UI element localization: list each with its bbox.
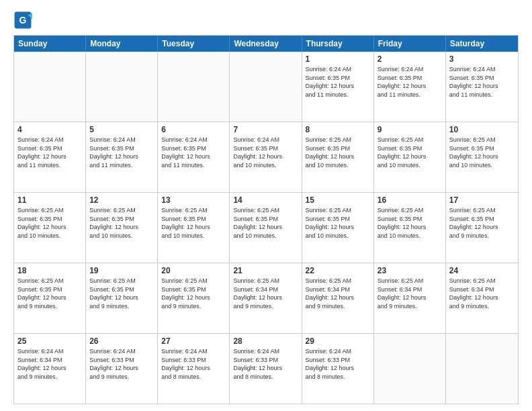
calendar-cell: 24Sunrise: 6:25 AM Sunset: 6:34 PM Dayli… bbox=[446, 263, 518, 333]
day-number: 2 bbox=[378, 54, 442, 64]
calendar-cell bbox=[86, 52, 158, 122]
calendar-cell: 18Sunrise: 6:25 AM Sunset: 6:35 PM Dayli… bbox=[14, 263, 86, 333]
calendar-cell: 1Sunrise: 6:24 AM Sunset: 6:35 PM Daylig… bbox=[302, 52, 374, 122]
day-info: Sunrise: 6:25 AM Sunset: 6:35 PM Dayligh… bbox=[17, 206, 82, 240]
day-info: Sunrise: 6:25 AM Sunset: 6:35 PM Dayligh… bbox=[161, 206, 226, 240]
day-number: 15 bbox=[306, 195, 370, 205]
calendar-cell: 9Sunrise: 6:25 AM Sunset: 6:35 PM Daylig… bbox=[374, 122, 446, 192]
calendar-cell: 15Sunrise: 6:25 AM Sunset: 6:35 PM Dayli… bbox=[302, 193, 374, 263]
day-info: Sunrise: 6:25 AM Sunset: 6:35 PM Dayligh… bbox=[449, 136, 515, 169]
day-number: 29 bbox=[306, 336, 370, 347]
day-number: 19 bbox=[89, 265, 154, 276]
day-info: Sunrise: 6:25 AM Sunset: 6:35 PM Dayligh… bbox=[89, 277, 154, 310]
day-info: Sunrise: 6:24 AM Sunset: 6:35 PM Dayligh… bbox=[233, 136, 298, 169]
calendar-cell bbox=[158, 52, 230, 122]
day-number: 23 bbox=[378, 265, 442, 276]
day-number: 25 bbox=[17, 336, 82, 347]
day-number: 10 bbox=[449, 124, 515, 135]
logo-icon: G bbox=[13, 11, 32, 30]
day-info: Sunrise: 6:24 AM Sunset: 6:33 PM Dayligh… bbox=[161, 347, 226, 381]
weekday-header-thursday: Thursday bbox=[302, 36, 374, 52]
calendar-cell: 17Sunrise: 6:25 AM Sunset: 6:35 PM Dayli… bbox=[446, 193, 518, 263]
calendar-cell: 16Sunrise: 6:25 AM Sunset: 6:35 PM Dayli… bbox=[374, 193, 446, 263]
calendar-cell: 29Sunrise: 6:24 AM Sunset: 6:33 PM Dayli… bbox=[302, 334, 374, 404]
day-info: Sunrise: 6:25 AM Sunset: 6:35 PM Dayligh… bbox=[17, 277, 82, 310]
calendar-cell: 11Sunrise: 6:25 AM Sunset: 6:35 PM Dayli… bbox=[14, 193, 86, 263]
day-number: 5 bbox=[89, 124, 154, 135]
calendar-cell: 2Sunrise: 6:24 AM Sunset: 6:35 PM Daylig… bbox=[374, 52, 446, 122]
day-number: 17 bbox=[449, 195, 515, 205]
calendar-cell bbox=[14, 52, 86, 122]
calendar-header: SundayMondayTuesdayWednesdayThursdayFrid… bbox=[14, 36, 518, 52]
calendar-cell: 28Sunrise: 6:24 AM Sunset: 6:33 PM Dayli… bbox=[230, 334, 302, 404]
day-number: 16 bbox=[378, 195, 442, 205]
calendar-cell: 13Sunrise: 6:25 AM Sunset: 6:35 PM Dayli… bbox=[158, 193, 230, 263]
calendar-cell: 12Sunrise: 6:25 AM Sunset: 6:35 PM Dayli… bbox=[86, 193, 158, 263]
day-number: 26 bbox=[89, 336, 154, 347]
day-info: Sunrise: 6:25 AM Sunset: 6:34 PM Dayligh… bbox=[378, 277, 442, 310]
day-number: 18 bbox=[17, 265, 82, 276]
calendar-row-2: 11Sunrise: 6:25 AM Sunset: 6:35 PM Dayli… bbox=[14, 192, 518, 263]
calendar-row-3: 18Sunrise: 6:25 AM Sunset: 6:35 PM Dayli… bbox=[14, 263, 518, 333]
calendar-cell bbox=[230, 52, 302, 122]
day-info: Sunrise: 6:25 AM Sunset: 6:35 PM Dayligh… bbox=[378, 136, 442, 169]
calendar-row-4: 25Sunrise: 6:24 AM Sunset: 6:34 PM Dayli… bbox=[14, 333, 518, 404]
day-number: 12 bbox=[89, 195, 154, 205]
weekday-header-tuesday: Tuesday bbox=[158, 36, 230, 52]
day-info: Sunrise: 6:25 AM Sunset: 6:35 PM Dayligh… bbox=[233, 206, 298, 240]
day-number: 14 bbox=[233, 195, 298, 205]
day-info: Sunrise: 6:24 AM Sunset: 6:35 PM Dayligh… bbox=[89, 136, 154, 169]
calendar-cell bbox=[374, 334, 446, 404]
calendar: SundayMondayTuesdayWednesdayThursdayFrid… bbox=[13, 35, 519, 404]
calendar-cell: 4Sunrise: 6:24 AM Sunset: 6:35 PM Daylig… bbox=[14, 122, 86, 192]
day-info: Sunrise: 6:25 AM Sunset: 6:34 PM Dayligh… bbox=[306, 277, 370, 310]
day-number: 27 bbox=[161, 336, 226, 347]
day-info: Sunrise: 6:25 AM Sunset: 6:35 PM Dayligh… bbox=[306, 206, 370, 240]
day-number: 22 bbox=[306, 265, 370, 276]
day-number: 8 bbox=[306, 124, 370, 135]
day-number: 11 bbox=[17, 195, 82, 205]
day-number: 6 bbox=[161, 124, 226, 135]
day-info: Sunrise: 6:25 AM Sunset: 6:35 PM Dayligh… bbox=[449, 206, 515, 240]
day-info: Sunrise: 6:25 AM Sunset: 6:35 PM Dayligh… bbox=[378, 206, 442, 240]
day-info: Sunrise: 6:25 AM Sunset: 6:35 PM Dayligh… bbox=[89, 206, 154, 240]
calendar-cell: 25Sunrise: 6:24 AM Sunset: 6:34 PM Dayli… bbox=[14, 334, 86, 404]
calendar-cell: 19Sunrise: 6:25 AM Sunset: 6:35 PM Dayli… bbox=[86, 263, 158, 333]
page: G SundayMondayTuesdayWednesdayThursdayFr… bbox=[0, 0, 532, 411]
calendar-cell: 22Sunrise: 6:25 AM Sunset: 6:34 PM Dayli… bbox=[302, 263, 374, 333]
calendar-cell: 20Sunrise: 6:25 AM Sunset: 6:35 PM Dayli… bbox=[158, 263, 230, 333]
calendar-cell: 8Sunrise: 6:25 AM Sunset: 6:35 PM Daylig… bbox=[302, 122, 374, 192]
day-info: Sunrise: 6:24 AM Sunset: 6:35 PM Dayligh… bbox=[449, 65, 515, 99]
calendar-cell: 14Sunrise: 6:25 AM Sunset: 6:35 PM Dayli… bbox=[230, 193, 302, 263]
day-info: Sunrise: 6:24 AM Sunset: 6:33 PM Dayligh… bbox=[233, 347, 298, 381]
header: G bbox=[13, 11, 519, 30]
day-info: Sunrise: 6:25 AM Sunset: 6:35 PM Dayligh… bbox=[161, 277, 226, 310]
day-info: Sunrise: 6:24 AM Sunset: 6:34 PM Dayligh… bbox=[17, 347, 82, 381]
day-number: 3 bbox=[449, 54, 515, 64]
day-number: 9 bbox=[378, 124, 442, 135]
calendar-row-0: 1Sunrise: 6:24 AM Sunset: 6:35 PM Daylig… bbox=[14, 52, 518, 122]
day-info: Sunrise: 6:24 AM Sunset: 6:33 PM Dayligh… bbox=[306, 347, 370, 381]
day-info: Sunrise: 6:24 AM Sunset: 6:35 PM Dayligh… bbox=[306, 65, 370, 99]
day-number: 7 bbox=[233, 124, 298, 135]
day-info: Sunrise: 6:25 AM Sunset: 6:35 PM Dayligh… bbox=[306, 136, 370, 169]
calendar-cell: 5Sunrise: 6:24 AM Sunset: 6:35 PM Daylig… bbox=[86, 122, 158, 192]
day-info: Sunrise: 6:24 AM Sunset: 6:33 PM Dayligh… bbox=[89, 347, 154, 381]
day-number: 28 bbox=[233, 336, 298, 347]
logo: G bbox=[13, 11, 35, 30]
day-info: Sunrise: 6:24 AM Sunset: 6:35 PM Dayligh… bbox=[378, 65, 442, 99]
calendar-cell: 27Sunrise: 6:24 AM Sunset: 6:33 PM Dayli… bbox=[158, 334, 230, 404]
day-number: 21 bbox=[233, 265, 298, 276]
day-info: Sunrise: 6:24 AM Sunset: 6:35 PM Dayligh… bbox=[17, 136, 82, 169]
weekday-header-sunday: Sunday bbox=[14, 36, 86, 52]
day-info: Sunrise: 6:24 AM Sunset: 6:35 PM Dayligh… bbox=[161, 136, 226, 169]
day-info: Sunrise: 6:25 AM Sunset: 6:34 PM Dayligh… bbox=[233, 277, 298, 310]
day-number: 4 bbox=[17, 124, 82, 135]
weekday-header-saturday: Saturday bbox=[446, 36, 518, 52]
day-number: 1 bbox=[306, 54, 370, 64]
svg-text:G: G bbox=[19, 15, 27, 26]
weekday-header-monday: Monday bbox=[86, 36, 158, 52]
day-info: Sunrise: 6:25 AM Sunset: 6:34 PM Dayligh… bbox=[449, 277, 515, 310]
calendar-cell: 6Sunrise: 6:24 AM Sunset: 6:35 PM Daylig… bbox=[158, 122, 230, 192]
calendar-cell bbox=[446, 334, 518, 404]
